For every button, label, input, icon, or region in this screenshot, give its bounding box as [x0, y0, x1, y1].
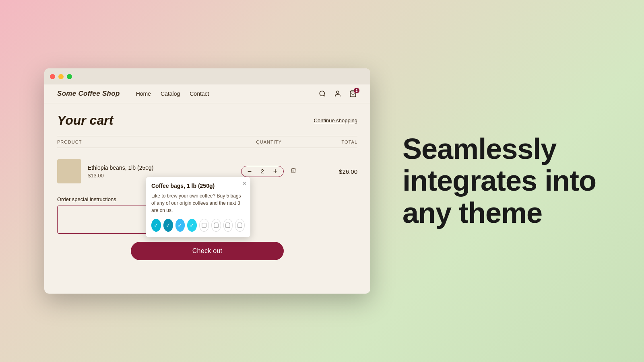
nav-link-contact[interactable]: Contact — [190, 90, 209, 97]
item-image — [57, 159, 81, 183]
tooltip-icon-4[interactable]: ✓ — [187, 219, 197, 232]
traffic-light-red[interactable] — [50, 74, 55, 79]
tagline-line2: integrates into — [402, 165, 620, 197]
delete-item-button[interactable] — [290, 167, 297, 175]
page-wrapper: Some Coffee Shop Home Catalog Contact — [0, 0, 644, 362]
qty-wrapper: − 2 + — [241, 166, 284, 177]
tagline-line3: any theme — [402, 197, 620, 229]
svg-point-0 — [320, 91, 324, 96]
cart-table-header: PRODUCT QUANTITY TOTAL — [57, 136, 357, 148]
cart-header: Your cart Continue shopping — [57, 113, 357, 128]
checkout-button[interactable]: Check out — [131, 242, 284, 260]
tooltip-title: Coffee bags, 1 lb (250g) — [151, 183, 245, 189]
cart-badge: 2 — [354, 88, 359, 93]
search-icon[interactable] — [318, 89, 327, 98]
tooltip-close-button[interactable]: × — [243, 180, 246, 187]
tooltip-icon-1[interactable]: ✓ — [151, 219, 161, 232]
qty-decrease-button[interactable]: − — [246, 168, 253, 175]
account-icon[interactable] — [333, 89, 342, 98]
item-price: $13.00 — [88, 173, 153, 179]
col-quantity: QUANTITY — [229, 140, 309, 144]
item-details: Ethiopia beans, 1lb (250g) $13.00 — [88, 165, 153, 179]
tooltip-icons: ✓ ✓ ✓ ✓ — [151, 219, 245, 232]
tagline: Seamlessly integrates into any theme — [402, 133, 620, 229]
item-total: $26.00 — [309, 168, 357, 175]
store-logo: Some Coffee Shop — [57, 90, 120, 98]
title-bar — [44, 68, 370, 84]
qty-value: 2 — [259, 168, 266, 175]
tooltip-icon-6[interactable] — [211, 219, 221, 232]
nav-links: Home Catalog Contact — [136, 90, 318, 97]
continue-shopping-link[interactable]: Continue shopping — [314, 117, 357, 123]
col-total: TOTAL — [309, 140, 357, 144]
svg-rect-4 — [202, 223, 206, 228]
traffic-light-yellow[interactable] — [58, 74, 64, 79]
svg-point-2 — [336, 91, 339, 93]
navbar: Some Coffee Shop Home Catalog Contact — [44, 84, 370, 103]
tooltip-icon-5[interactable] — [199, 219, 209, 232]
tooltip-desc: Like to brew your own coffee? Buy 5 bags… — [151, 192, 245, 214]
svg-line-1 — [324, 95, 325, 96]
checkout-section: Check out — [57, 242, 357, 260]
right-text: Seamlessly integrates into any theme — [370, 133, 644, 229]
tooltip-icon-3[interactable]: ✓ — [175, 219, 185, 232]
cart-title: Your cart — [57, 113, 113, 128]
tooltip-icon-2[interactable]: ✓ — [163, 219, 173, 232]
qty-increase-button[interactable]: + — [272, 168, 279, 175]
col-product: PRODUCT — [57, 140, 229, 144]
nav-link-home[interactable]: Home — [136, 90, 151, 97]
cart-item: Ethiopia beans, 1lb (250g) $13.00 − 2 + — [57, 153, 357, 190]
item-name: Ethiopia beans, 1lb (250g) — [88, 165, 153, 171]
tooltip-icon-8[interactable] — [235, 219, 245, 232]
browser-window: Some Coffee Shop Home Catalog Contact — [44, 68, 370, 294]
quantity-control: − 2 + — [229, 166, 309, 177]
cart-icon[interactable]: 2 — [349, 89, 357, 98]
store-content: Some Coffee Shop Home Catalog Contact — [44, 84, 370, 294]
tagline-line1: Seamlessly — [402, 133, 620, 165]
tooltip-popup: × Coffee bags, 1 lb (250g) Like to brew … — [146, 177, 250, 237]
nav-icons: 2 — [318, 89, 357, 98]
traffic-light-green[interactable] — [67, 74, 72, 79]
nav-link-catalog[interactable]: Catalog — [161, 90, 180, 97]
cart-page: Your cart Continue shopping PRODUCT QUAN… — [44, 103, 370, 270]
tooltip-icon-7[interactable] — [223, 219, 233, 232]
